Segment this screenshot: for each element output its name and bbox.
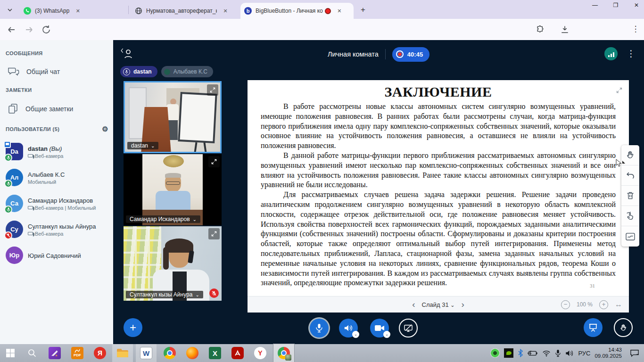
- window-minimize-button[interactable]: —: [591, 2, 599, 8]
- back-button[interactable]: [6, 24, 17, 35]
- taskbar-app-firefox[interactable]: [182, 344, 203, 362]
- extensions-puzzle-button[interactable]: [536, 25, 547, 36]
- start-button[interactable]: [0, 344, 21, 362]
- user-row-alybaev[interactable]: Ал Алыбаев К.С Мобильный: [5, 166, 108, 189]
- sidebar-item-shared-notes[interactable]: Общие заметки: [5, 99, 108, 118]
- bluetooth-tray-icon[interactable]: [518, 349, 523, 357]
- tab-close-icon[interactable]: ✕: [336, 7, 343, 15]
- video-fullscreen-button[interactable]: [208, 156, 220, 167]
- taskbar-clock[interactable]: 14:43 09.09.2025: [594, 347, 622, 359]
- taskbar-app-yandex-browser[interactable]: Я: [90, 344, 110, 362]
- chrome-active-icon: [278, 347, 290, 359]
- window-restore-button[interactable]: ❐: [612, 2, 619, 8]
- connection-status-button[interactable]: [604, 47, 618, 60]
- video-name-tag[interactable]: Султанкул кызы Айнура ⌄: [126, 291, 203, 298]
- webcam-video-dastan[interactable]: dastan ⌄: [124, 81, 222, 153]
- avatar-initials: Da: [10, 148, 18, 155]
- undo-annotation-button[interactable]: [621, 165, 639, 186]
- screenshare-button[interactable]: [399, 319, 418, 337]
- taskbar-app-word[interactable]: W: [136, 344, 157, 362]
- avatar-initials: Юр: [9, 252, 19, 259]
- user-status: Веб-камера: [35, 153, 63, 159]
- tab-title: (3) WhatsApp: [35, 8, 69, 14]
- browser-menu-button[interactable]: ⋮: [630, 24, 641, 35]
- reload-button[interactable]: [41, 24, 52, 35]
- next-slide-button[interactable]: ›: [461, 300, 464, 309]
- downloads-button[interactable]: [560, 25, 571, 36]
- tab-document[interactable]: Нурматова_автореферат_на р ✕: [131, 3, 238, 19]
- pan-tool-button[interactable]: [621, 145, 639, 165]
- smart-slides-button[interactable]: [621, 226, 639, 247]
- new-tab-button[interactable]: +: [357, 5, 369, 16]
- recording-indicator-button[interactable]: 40:45: [392, 47, 429, 62]
- microphone-tray-icon[interactable]: [555, 349, 561, 357]
- taskbar-app-pdf[interactable]: PDF: [67, 344, 88, 362]
- search-icon: [27, 348, 37, 358]
- raise-hand-button[interactable]: [614, 318, 633, 337]
- audio-status-icon: [4, 180, 12, 188]
- taskbar-app-chrome[interactable]: [159, 344, 180, 362]
- zoom-out-button[interactable]: −: [561, 300, 570, 309]
- taskbar-search-button[interactable]: [22, 344, 42, 362]
- volume-tray-icon[interactable]: [565, 350, 574, 357]
- options-menu-button[interactable]: ⋮: [627, 48, 636, 60]
- clear-annotations-button[interactable]: [621, 186, 639, 206]
- meeting-main-area: Личная комната 40:45 ⋮: [113, 40, 644, 344]
- restore-presentation-button[interactable]: [584, 318, 603, 337]
- user-row-yuriy[interactable]: Юр Юрий Садовничий: [5, 244, 108, 267]
- audio-options-chevron-icon[interactable]: ⌄: [352, 331, 359, 338]
- webcam-share-button[interactable]: ⌄: [370, 319, 389, 337]
- webcam-app-tray-icon[interactable]: [490, 348, 500, 358]
- window-close-button[interactable]: ✕: [633, 2, 640, 8]
- tab-search-button[interactable]: [4, 5, 16, 15]
- battery-tray-icon[interactable]: [528, 350, 538, 356]
- webcam-options-chevron-icon[interactable]: ⌄: [383, 331, 390, 338]
- tab-close-icon[interactable]: ✕: [222, 7, 229, 15]
- messages-header: СООБЩЕНИЯ: [6, 50, 108, 56]
- webcam-video-sultankul[interactable]: Султанкул кызы Айнура ⌄: [124, 226, 222, 301]
- scene-stand: [194, 142, 197, 153]
- user-row-samandar[interactable]: Са Самандар Искандаров Веб-камера | Моби…: [5, 192, 108, 215]
- user-you-suffix: (Вы): [50, 145, 62, 152]
- presentation-slide[interactable]: ЗАКЛЮЧЕНИЕ В работе рассмотрены новые кл…: [248, 80, 629, 296]
- nvidia-tray-icon[interactable]: [504, 348, 513, 358]
- taskbar-app-file-explorer[interactable]: [112, 344, 133, 362]
- talking-pill-dastan[interactable]: dastan: [120, 66, 157, 77]
- user-row-dastan[interactable]: Da dastan (Вы) Веб-камера: [5, 140, 108, 163]
- manage-users-gear-icon[interactable]: ⚙: [102, 125, 108, 133]
- taskbar-app-excel[interactable]: X: [205, 344, 225, 362]
- actions-plus-button[interactable]: +: [124, 318, 142, 337]
- camera-icon: [374, 324, 385, 332]
- taskbar-app-yandex-search[interactable]: Y: [250, 344, 271, 362]
- language-indicator[interactable]: РУС: [578, 350, 590, 357]
- muted-dot-icon: [164, 69, 170, 75]
- slide-selector[interactable]: Слайд 31 ⌄: [422, 301, 455, 308]
- fit-to-width-button[interactable]: ↔: [615, 300, 622, 309]
- video-fullscreen-button[interactable]: [208, 228, 220, 239]
- multi-user-whiteboard-button[interactable]: [621, 206, 639, 226]
- talking-pill-alybaev[interactable]: Алыбаев К.С: [161, 66, 213, 77]
- user-row-sultankul[interactable]: Су Султанкул кызы Айнура Веб-камера: [5, 218, 108, 241]
- notes-icon: [8, 103, 19, 115]
- video-name-tag[interactable]: dastan ⌄: [127, 142, 158, 149]
- screen: (3) WhatsApp ✕ Нурматова_автореферат_на …: [0, 0, 644, 362]
- forward-button[interactable]: [24, 24, 35, 35]
- wifi-tray-icon[interactable]: [542, 350, 551, 357]
- taskbar-app-paint-tool[interactable]: [44, 344, 65, 362]
- taskbar-app-acrobat[interactable]: [227, 344, 248, 362]
- webcam-video-samandar[interactable]: Самандар Искандаров ⌄: [124, 154, 222, 225]
- video-name-tag[interactable]: Самандар Искандаров ⌄: [126, 215, 200, 223]
- video-fullscreen-button[interactable]: [207, 84, 218, 96]
- tab-bigbluebutton-active[interactable]: b BigBlueButton - Личная ко ✕: [240, 3, 354, 19]
- tab-close-icon[interactable]: ✕: [74, 7, 82, 15]
- taskbar-app-chrome-profile-active[interactable]: [273, 344, 294, 362]
- audio-speaker-button[interactable]: ⌄: [339, 319, 358, 337]
- mute-microphone-button[interactable]: [310, 319, 329, 337]
- previous-slide-button[interactable]: ‹: [412, 300, 415, 309]
- tab-title: BigBlueButton - Личная ко: [256, 8, 323, 14]
- tab-whatsapp[interactable]: (3) WhatsApp ✕: [20, 3, 126, 19]
- presentation-fullscreen-button[interactable]: [613, 84, 625, 96]
- sidebar-item-public-chat[interactable]: Общий чат: [5, 63, 108, 81]
- zoom-in-button[interactable]: +: [599, 300, 608, 309]
- action-center-icon[interactable]: [630, 349, 639, 357]
